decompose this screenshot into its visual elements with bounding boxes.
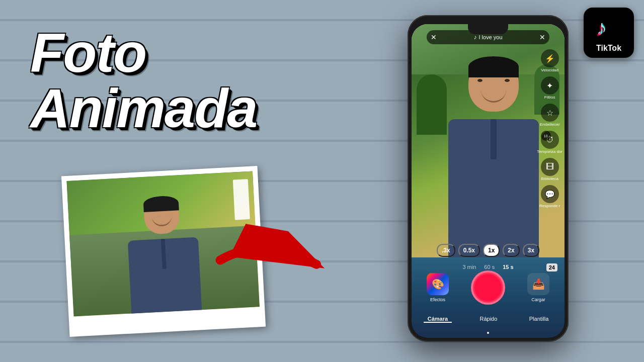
load-control[interactable]: 📥 Cargar [527,273,549,302]
speed-btn-2x[interactable]: 2x [503,244,519,257]
filter-control[interactable]: ✦ Filtros [541,76,559,100]
record-button[interactable] [471,270,505,305]
title-container: Foto Animada [30,25,257,136]
music-note-icon: ♪ [473,34,476,41]
record-button-inner [474,274,502,301]
tiktok-logo: ♪ ♪ ♪ TikTok [584,8,634,58]
time-btn-15s[interactable]: 15 s [503,264,513,270]
timer-control[interactable]: ⏱ 10 Temporiza dor [537,131,562,154]
person-in-polaroid [115,194,212,314]
library-label: Biblioteca [541,176,558,181]
title-line2: Animada [30,80,257,136]
filter-label: Filtros [544,95,555,100]
person-in-viewfinder [438,56,549,257]
phone: ✕ ♪ I love you ✕ [408,15,569,342]
sound-strip-close-right[interactable]: ✕ [539,33,545,41]
phone-screen: ✕ ♪ I love you ✕ [412,24,565,338]
sound-name: I love you [478,34,502,40]
time-bar: 3 min 60 s 15 s [412,264,565,270]
speed-btn-0.3x[interactable]: .3x [437,244,455,257]
phone-notch [468,24,508,34]
tab-bar: Cámara Rápido Plantilla [412,314,565,327]
tiktok-text: TikTok [596,44,621,53]
speed-btn-0.5x[interactable]: 0.5x [458,244,480,257]
effects-control[interactable]: 🎨 Efectos [427,273,449,302]
tab-rapido[interactable]: Rápido [475,316,501,323]
tab-indicator [412,327,565,336]
viewfinder: ✕ ♪ I love you ✕ [412,24,565,257]
timer-label: Temporiza dor [537,149,562,154]
speed-btn-1x[interactable]: 1x [483,244,500,257]
title-line1: Foto [30,25,257,80]
respond-label: Responde r [539,204,560,208]
time-btn-3min[interactable]: 3 min [462,264,476,270]
speed-btn-3x[interactable]: 3x [523,244,539,257]
load-label: Cargar [531,297,545,302]
tiktok-icon: ♪ ♪ ♪ [594,13,624,43]
library-control[interactable]: 🎞 Biblioteca [541,158,559,181]
respond-control[interactable]: 💬 Responde r [539,185,560,208]
tab-camera[interactable]: Cámara [424,316,452,323]
effects-label: Efectos [430,297,445,302]
timer-badge: 10 [541,131,551,141]
speed-label: Velocidad [541,68,558,72]
sound-strip-text: ♪ I love you [473,34,502,41]
right-controls: ⚡ Velocidad ✦ Filtros ☆ Embellecer ⏱ 10 [537,49,562,208]
beauty-label: Embellecer [540,122,560,127]
beauty-control[interactable]: ☆ Embellecer [540,104,560,127]
sound-strip-close-left[interactable]: ✕ [431,33,437,41]
speed-control[interactable]: ⚡ Velocidad [541,49,559,72]
svg-text:♪: ♪ [595,18,605,40]
tab-plantilla[interactable]: Plantilla [525,316,553,323]
time-btn-60s[interactable]: 60 s [484,264,495,270]
speed-bar: .3x 0.5x 1x 2x 3x [412,241,565,260]
